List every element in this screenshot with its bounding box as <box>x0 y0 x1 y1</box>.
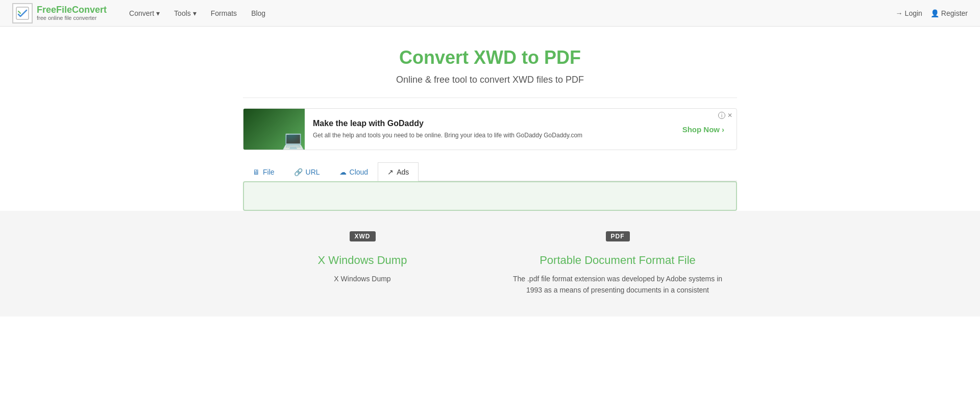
register-link[interactable]: 👤 Register <box>930 9 968 17</box>
ad-cta-button[interactable]: Shop Now › <box>682 125 724 134</box>
url-tab-icon: 🔗 <box>294 168 303 176</box>
tabs-row: 🖥 File 🔗 URL ☁ Cloud ↗ Ads <box>243 162 737 181</box>
tab-url[interactable]: 🔗 URL <box>284 162 330 181</box>
page-title: Convert XWD to PDF <box>243 47 737 68</box>
tab-cloud-label: Cloud <box>350 168 369 176</box>
svg-rect-0 <box>16 7 29 19</box>
tab-ads-label: Ads <box>397 168 409 176</box>
format-section: XWD X Windows Dump X Windows Dump PDF Po… <box>0 211 980 317</box>
pdf-format-name: Portable Document Format File <box>540 254 696 267</box>
nav-item-tools[interactable]: Tools ▾ <box>168 6 203 20</box>
login-icon: → <box>896 9 903 17</box>
xwd-format-name: X Windows Dump <box>318 254 407 267</box>
ad-info-icon[interactable]: i <box>718 112 725 119</box>
nav-blog-label: Blog <box>251 9 265 17</box>
nav-convert-label: Convert <box>129 9 154 17</box>
ad-close-icon[interactable]: ✕ <box>727 112 732 119</box>
title-divider <box>243 98 737 98</box>
xwd-badge: XWD <box>350 231 376 241</box>
login-link[interactable]: → Login <box>896 9 922 17</box>
register-icon: 👤 <box>930 9 939 17</box>
brand-logo-link[interactable]: FreeFileConvert free online file convert… <box>12 3 107 23</box>
tab-url-label: URL <box>306 168 320 176</box>
cloud-tab-icon: ☁ <box>339 168 347 176</box>
brand-logo-icon <box>15 6 30 20</box>
ad-headline: Make the leap with GoDaddy <box>313 119 662 128</box>
tools-chevron-icon: ▾ <box>193 9 197 17</box>
nav-link-convert[interactable]: Convert ▾ <box>123 6 166 20</box>
navbar-right: → Login 👤 Register <box>896 9 968 17</box>
convert-chevron-icon: ▾ <box>156 9 160 17</box>
nav-item-convert[interactable]: Convert ▾ <box>123 6 166 20</box>
tab-cloud[interactable]: ☁ Cloud <box>330 162 378 181</box>
ad-banner: 💻 Make the leap with GoDaddy Get all the… <box>243 108 737 150</box>
ad-cta-chevron-icon: › <box>722 125 724 134</box>
nav-tools-label: Tools <box>174 9 191 17</box>
ad-body: Make the leap with GoDaddy Get all the h… <box>305 113 670 146</box>
login-label: Login <box>905 9 922 17</box>
ad-image-inner: 💻 <box>243 109 305 150</box>
pdf-format-desc: The .pdf file format extension was devel… <box>510 273 725 296</box>
ad-close-area[interactable]: i ✕ <box>718 112 732 119</box>
pdf-badge: PDF <box>606 231 630 241</box>
ads-tab-icon: ↗ <box>387 168 394 176</box>
brand-title: FreeFileConvert <box>37 5 107 15</box>
upload-area[interactable] <box>243 181 737 211</box>
nav-item-formats[interactable]: Formats <box>205 6 243 20</box>
page-subtitle: Online & free tool to convert XWD files … <box>243 75 737 85</box>
nav-item-blog[interactable]: Blog <box>245 6 272 20</box>
tab-file[interactable]: 🖥 File <box>243 162 284 181</box>
tab-ads[interactable]: ↗ Ads <box>378 162 419 181</box>
format-card-pdf: PDF Portable Document Format File The .p… <box>510 231 725 296</box>
main-nav: Convert ▾ Tools ▾ Formats <box>123 6 896 20</box>
ad-image: 💻 <box>243 109 305 150</box>
nav-link-formats[interactable]: Formats <box>205 6 243 20</box>
register-label: Register <box>941 9 968 17</box>
xwd-format-desc: X Windows Dump <box>334 273 390 284</box>
brand-text: FreeFileConvert free online file convert… <box>37 5 107 21</box>
brand-subtitle: free online file converter <box>37 15 107 21</box>
ad-cta-label: Shop Now <box>682 125 720 134</box>
ad-cta-wrap: Shop Now › <box>670 125 737 134</box>
format-card-xwd: XWD X Windows Dump X Windows Dump <box>255 231 470 296</box>
file-tab-icon: 🖥 <box>253 168 260 176</box>
nav-formats-label: Formats <box>211 9 237 17</box>
tab-file-label: File <box>263 168 275 176</box>
nav-link-blog[interactable]: Blog <box>245 6 272 20</box>
navbar: FreeFileConvert free online file convert… <box>0 0 980 27</box>
main-content: Convert XWD to PDF Online & free tool to… <box>235 27 745 211</box>
brand-logo-box <box>12 3 33 23</box>
ad-laptop-icon: 💻 <box>282 131 305 150</box>
ad-description: Get all the help and tools you need to b… <box>313 131 662 140</box>
nav-link-tools[interactable]: Tools ▾ <box>168 6 203 20</box>
